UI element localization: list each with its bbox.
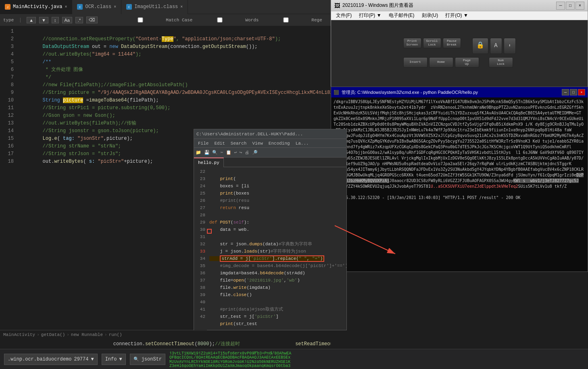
insert-key: Insert	[403, 57, 427, 68]
tab-ocr[interactable]: C OCR.class ×	[72, 0, 121, 14]
tab-mainactivity[interactable]: J MainActivity.java ×	[0, 0, 72, 14]
win-viewer-icon: 🖼	[334, 2, 340, 9]
match-case-checkbox[interactable]	[116, 17, 165, 23]
cmd-title-bar: ⬛ 管理员: C:\Windows\system32\cmd.exe - pyt…	[331, 87, 588, 97]
win-viewer-title: 20210119 - Windows 图片查看器	[342, 2, 556, 9]
scroll-indicator: ⬇	[504, 38, 516, 54]
menu-file[interactable]: File	[196, 140, 211, 147]
hello-title-bar: C:\Users\Administrator.DELL-HUKY\Padd...	[194, 129, 346, 139]
hello-py-tab[interactable]: hello.py	[194, 158, 224, 167]
win-title-bar: 🖼 20210119 - Windows 图片查看器 ─ □ ×	[331, 0, 588, 11]
hello-py-label: hello.py	[198, 160, 219, 165]
cmd-title: 管理员: C:\Windows\system32\cmd.exe - pytho…	[342, 89, 562, 95]
scroll-lock-key: ScrollLock	[423, 38, 441, 48]
menu-encoding[interactable]: Encoding	[266, 140, 292, 147]
log-line-4: Z3eHl6goOEhYaHiImKkpOU1ZaXmJmaoqOkpaanqK…	[169, 364, 584, 367]
hello-tabs: hello.py	[194, 158, 346, 167]
search-bar: type | ▲ ▼ ↕ Aa .* ⌫ Match Case Words Re…	[0, 14, 331, 26]
menu-open[interactable]: 打开(O) ▼	[442, 11, 471, 20]
cmd-minimize[interactable]: ─	[562, 89, 569, 95]
hello-gutter: 22 23 24 25 26 27 28 29 30 31 32 33 34 3…	[194, 167, 207, 331]
regex-label[interactable]: Rege	[262, 17, 322, 23]
keyboard-row-2: Insert Home PageUp NumLock	[403, 57, 516, 68]
close-icon[interactable]: ×	[180, 5, 183, 9]
tab-label: OCR.class	[85, 4, 111, 10]
breadcrumb-item: MainActivity	[3, 332, 35, 337]
nav-updown-btn[interactable]: ↕	[52, 17, 59, 23]
class-icon2: C	[126, 4, 132, 10]
tab-imageutil[interactable]: C ImageUtil.class ×	[121, 0, 188, 14]
class-icon: C	[77, 4, 83, 10]
keyboard-row-1: PrintScreen ScrollLock PauseBreak 🔒 A ⬇	[403, 38, 516, 54]
win-controls: ─ □ ×	[556, 2, 584, 10]
menu-search[interactable]: Search	[228, 140, 249, 147]
num-lock-key: NumLock	[489, 57, 513, 68]
breadcrumb-item: getData()	[41, 332, 65, 337]
tab-label: MainActivity.java	[13, 4, 62, 10]
cmd-icon: ⬛	[334, 90, 339, 95]
menu-email[interactable]: 电子邮件(E)	[386, 11, 418, 20]
project-pid: 29774	[74, 357, 88, 362]
menu-view[interactable]: View	[250, 140, 265, 147]
cmd-window: ⬛ 管理员: C:\Windows\system32\cmd.exe - pyt…	[331, 87, 588, 272]
tab-bar: J MainActivity.java × C OCR.class × C Im…	[0, 0, 331, 14]
toolbar-icons: 📁 💾 🔍 ✂ 📋 ↩ ↪ 🖨 🔎	[196, 150, 258, 155]
hello-code-area: 22 23 24 25 26 27 28 29 30 31 32 33 34 3…	[194, 167, 346, 331]
cmd-controls: ─ □ ×	[562, 89, 585, 95]
nav-del-btn[interactable]: ⌫	[86, 17, 98, 23]
home-key: Home	[429, 57, 453, 68]
tab-label: ImageUtil.class	[134, 4, 178, 10]
info-label: Info	[105, 357, 117, 362]
info-chevron: ▼	[119, 357, 122, 362]
close-icon[interactable]: ×	[65, 5, 67, 9]
nav-regex-btn[interactable]: .*	[75, 17, 83, 23]
info-dropdown[interactable]: Info ▼	[102, 354, 126, 365]
words-label[interactable]: Words	[196, 17, 259, 23]
match-case-label[interactable]: Match Case	[116, 17, 192, 23]
log-line-3: MzUvAVYnLRChYkNOE18RcYGRomJygpKjU2Nzg50k…	[169, 360, 584, 363]
dropdown-chevron: ▼	[91, 357, 94, 362]
log-line-2: QFBgcICQoL/8QAtREAAgECBAQDBAcFBAQAAQJ3AA…	[169, 355, 584, 359]
hello-toolbar: 📁 💾 🔍 ✂ 📋 ↩ ↪ 🖨 🔎	[194, 148, 346, 158]
log-line-1: j3ytLT1NXW19jZ2uHi4+T15ufo6erx8vP09fb3+P…	[169, 351, 584, 355]
project-name: .winp.ocr.baiduocrdemo	[8, 357, 71, 362]
pause-break-key: PauseBreak	[443, 38, 461, 48]
line-numbers: 1 2 3 4 5 6 7 8 9 10 11 12 13 14 15 16 1…	[0, 26, 16, 339]
print-screen-key: PrintScreen	[403, 38, 421, 48]
regex-checkbox[interactable]	[262, 17, 310, 23]
close-btn[interactable]: ×	[575, 2, 584, 10]
hello-code-content[interactable]: print( boxes = [li print(boxes #print(re…	[207, 167, 346, 331]
win-menu: 文件(F) 打印(P) ▼ 电子邮件(E) 刻录(U) 打开(O) ▼	[331, 11, 588, 20]
caps-lock-indicator: A	[490, 38, 502, 54]
cmd-content: /dkgruIBBVJS0UpLJEySNFNEstyHZYUiMjLM67f1…	[331, 97, 588, 272]
search-value: jsonStr	[142, 357, 162, 362]
log-area: j3ytLT1NXW19jZ2uHi4+T15ufo6erx8vP09fb3+P…	[169, 351, 584, 367]
menu-file[interactable]: 文件(F)	[333, 11, 355, 20]
menu-lang[interactable]: La...	[293, 140, 311, 147]
cmd-maximize[interactable]: □	[570, 89, 577, 95]
nav-up-btn[interactable]: ▲	[27, 17, 36, 23]
words-checkbox[interactable]	[196, 17, 244, 23]
close-icon[interactable]: ×	[114, 5, 116, 9]
breadcrumb-bar: MainActivity › getData() › new Runnable …	[0, 330, 331, 339]
minimize-btn[interactable]: ─	[556, 2, 565, 10]
search-dropdown[interactable]: 🔍 jsonStr	[130, 354, 165, 365]
maximize-btn[interactable]: □	[566, 2, 575, 10]
search-icon: 🔍	[133, 357, 139, 362]
page-up-key: PageUp	[455, 57, 479, 68]
windows-image-viewer: 🖼 20210119 - Windows 图片查看器 ─ □ × 文件(F) 打…	[331, 0, 588, 87]
status-bar: .winp.ocr.baiduocrdemo 29774 ▼ Info ▼ 🔍 …	[0, 349, 588, 369]
java-icon: J	[5, 4, 10, 10]
keyboard-image: PrintScreen ScrollLock PauseBreak 🔒 A ⬇ …	[331, 20, 588, 87]
hello-title: C:\Users\Administrator.DELL-HUKY\Padd...	[196, 132, 303, 137]
menu-print[interactable]: 打印(P) ▼	[356, 11, 384, 20]
nav-down-btn[interactable]: ▼	[39, 17, 48, 23]
menu-burn[interactable]: 刻录(U)	[419, 11, 442, 20]
cmd-close[interactable]: ×	[578, 89, 585, 95]
project-dropdown[interactable]: .winp.ocr.baiduocrdemo 29774 ▼	[4, 354, 98, 365]
line-28-indicator	[207, 229, 212, 234]
nav-aa-btn[interactable]: Aa	[62, 17, 72, 23]
menu-edit[interactable]: Edit	[212, 140, 227, 147]
num-lock-indicator: 🔒	[472, 38, 488, 54]
breadcrumb-item: new Runnable	[71, 332, 103, 337]
